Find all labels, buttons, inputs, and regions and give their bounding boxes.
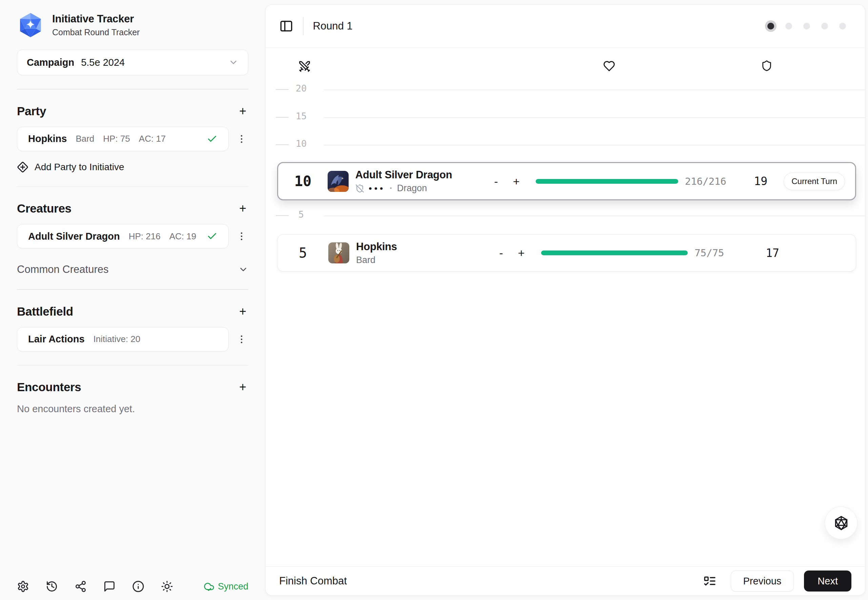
dot-separator: · [390, 183, 393, 194]
list-checks-icon [703, 574, 717, 588]
creature-hp: HP: 216 [129, 231, 160, 242]
initiative-track: 20 15 10 5 10 [266, 48, 865, 567]
share-button[interactable] [74, 580, 87, 592]
hp-bar-fill [541, 250, 688, 255]
combatant-name: Adult Silver Dragon [355, 169, 487, 181]
finish-combat-button[interactable]: Finish Combat [279, 575, 347, 587]
battlefield-card[interactable]: Lair Actions Initiative: 20 [17, 327, 229, 352]
battlefield-heading: Battlefield [17, 305, 73, 318]
chevron-down-icon [238, 264, 248, 274]
divider [17, 89, 248, 89]
round-label: Round 1 [313, 20, 353, 32]
page-dot[interactable] [839, 23, 846, 29]
hp-bar[interactable] [535, 179, 678, 184]
hp-bar-fill [535, 179, 678, 184]
creature-name: Adult Silver Dragon [28, 231, 120, 242]
creature-card[interactable]: Adult Silver Dragon HP: 216 AC: 19 [17, 224, 229, 248]
hp-column-heart-icon [603, 60, 615, 72]
add-battlefield-button[interactable]: + [237, 305, 248, 318]
comment-icon [103, 580, 115, 592]
divider [303, 17, 304, 35]
tick-mark [276, 117, 289, 118]
tick-mark [276, 215, 289, 216]
campaign-value: 5.5e 2024 [81, 57, 125, 68]
combatant-initiative: 10 [278, 173, 328, 189]
sidebar-toolbar: Synced [17, 580, 248, 592]
main-panel: Round 1 20 15 10 [265, 5, 865, 595]
panel-header: Round 1 [266, 5, 865, 48]
hp-decrease-button[interactable]: - [494, 176, 498, 187]
app-subtitle: Combat Round Tracker [52, 27, 139, 37]
sync-status-label: Synced [218, 581, 248, 592]
hp-value: 216/216 [685, 176, 738, 187]
initiative-tick-label: 20 [290, 83, 312, 94]
kebab-icon [236, 133, 247, 144]
sidebar: Initiative Tracker Combat Round Tracker … [0, 0, 265, 600]
add-party-to-initiative-button[interactable]: Add Party to Initiative [17, 161, 124, 173]
gridline-rule [324, 145, 865, 145]
initiative-tick-label: 10 [290, 138, 312, 149]
next-turn-button[interactable]: Next [804, 571, 851, 591]
gridline-rule [324, 117, 865, 118]
combatant-type: Bard [356, 255, 375, 265]
gridline-rule [324, 89, 865, 90]
info-icon [132, 580, 144, 592]
sidebar-toggle-button[interactable] [279, 19, 293, 33]
page-dot[interactable] [803, 23, 810, 29]
hp-bar[interactable] [541, 250, 688, 255]
combatant-initiative: 5 [277, 245, 328, 261]
add-encounter-button[interactable]: + [237, 381, 248, 393]
check-icon [207, 231, 218, 242]
counter-dots: ●●● [369, 185, 385, 191]
hp-increase-button[interactable]: + [513, 176, 520, 187]
gridline-rule [324, 215, 865, 216]
page-dot[interactable] [785, 23, 792, 29]
current-turn-badge: Current Turn [783, 173, 845, 190]
page-dot[interactable] [767, 23, 774, 29]
app-title: Initiative Tracker [52, 13, 139, 25]
party-member-name: Hopkins [28, 133, 67, 144]
encounters-heading: Encounters [17, 380, 81, 394]
d20-icon [833, 515, 849, 531]
info-button[interactable] [132, 580, 144, 592]
ac-column-shield-icon [761, 60, 773, 71]
add-creature-button[interactable]: + [237, 202, 248, 215]
hp-increase-button[interactable]: + [518, 247, 525, 259]
hp-value: 75/75 [694, 247, 749, 259]
dice-roll-button[interactable] [825, 506, 857, 539]
settings-button[interactable] [17, 580, 29, 592]
party-member-ac: AC: 17 [139, 133, 166, 144]
battlefield-menu-button[interactable] [235, 333, 248, 346]
initiative-tick-label: 15 [290, 111, 312, 121]
initiative-tick-label: 5 [290, 209, 312, 220]
previous-turn-button[interactable]: Previous [731, 571, 794, 591]
app-header: Initiative Tracker Combat Round Tracker [17, 12, 248, 39]
check-icon [207, 133, 218, 144]
encounters-empty-text: No encounters created yet. [17, 403, 248, 415]
add-party-member-button[interactable]: + [237, 105, 248, 117]
initiative-column-swords-icon [298, 60, 311, 73]
party-member-menu-button[interactable] [235, 132, 248, 146]
add-party-label: Add Party to Initiative [35, 162, 124, 173]
combatant-avatar [328, 171, 349, 192]
hp-decrease-button[interactable]: - [499, 247, 503, 259]
combatant-card[interactable]: 10 Adult Silver Dragon [277, 162, 856, 200]
creature-menu-button[interactable] [235, 229, 248, 243]
party-member-hp: HP: 75 [103, 133, 130, 144]
page-dot[interactable] [821, 23, 828, 29]
turn-order-button[interactable] [703, 574, 717, 588]
party-heading: Party [17, 105, 46, 118]
panel-left-icon [279, 19, 293, 33]
theme-toggle-button[interactable] [161, 580, 173, 592]
combatant-card[interactable]: 5 Hopkins Bard [277, 234, 856, 271]
common-creatures-toggle[interactable]: Common Creatures [17, 264, 248, 276]
campaign-select[interactable]: Campaign 5.5e 2024 [17, 50, 248, 75]
history-button[interactable] [46, 580, 58, 592]
gear-icon [17, 580, 29, 592]
divider [17, 289, 248, 290]
battlefield-item-name: Lair Actions [28, 333, 85, 345]
diamond-plus-icon [17, 161, 29, 173]
party-member-card[interactable]: Hopkins Bard HP: 75 AC: 17 [17, 127, 229, 151]
chevron-down-icon [228, 57, 239, 67]
comments-button[interactable] [103, 580, 115, 592]
